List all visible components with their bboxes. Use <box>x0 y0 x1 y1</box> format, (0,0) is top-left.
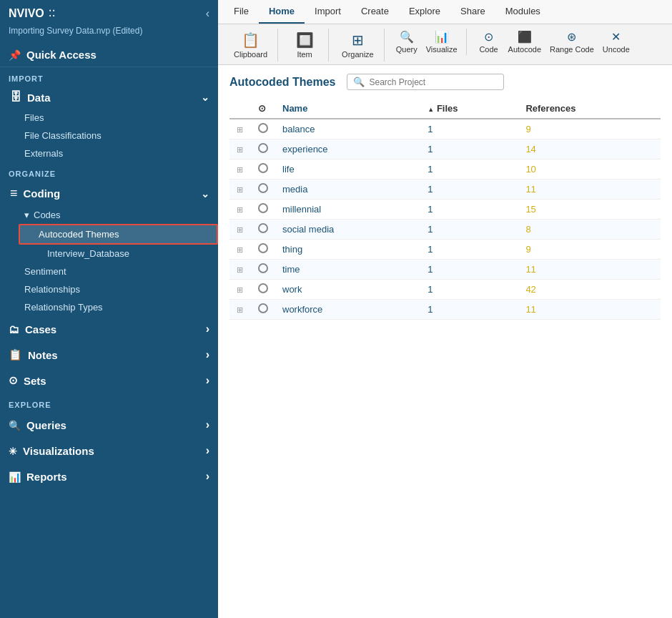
sidebar-item-relationships[interactable]: Relationships <box>19 280 218 298</box>
row-name[interactable]: experience <box>275 139 420 160</box>
sidebar-item-cases[interactable]: Cases <box>0 316 218 342</box>
sidebar-item-reports[interactable]: Reports <box>0 464 218 489</box>
sidebar-item-file-classifications[interactable]: File Classifications <box>19 127 218 144</box>
table-row[interactable]: ⊞ social media 1 8 <box>229 220 661 240</box>
sidebar-collapse-button[interactable]: ‹ <box>206 7 209 20</box>
name-link[interactable]: media <box>282 184 307 195</box>
sidebar-item-codes[interactable]: ▾ Codes <box>19 206 218 224</box>
search-input[interactable] <box>369 77 498 87</box>
name-link[interactable]: social media <box>282 224 334 235</box>
row-expand[interactable]: ⊞ <box>229 260 251 280</box>
ribbon-clipboard-button[interactable]: 📋 Clipboard <box>229 29 272 62</box>
row-circle[interactable] <box>251 160 275 180</box>
table-row[interactable]: ⊞ work 1 42 <box>229 280 661 300</box>
table-row[interactable]: ⊞ experience 1 14 <box>229 139 661 160</box>
name-link[interactable]: thing <box>282 244 302 255</box>
row-expand[interactable]: ⊞ <box>229 280 251 300</box>
table-row[interactable]: ⊞ media 1 11 <box>229 180 661 200</box>
name-link[interactable]: life <box>282 164 295 175</box>
row-name[interactable]: balance <box>275 119 420 139</box>
row-expand[interactable]: ⊞ <box>229 220 251 240</box>
name-link[interactable]: time <box>282 264 300 275</box>
table-row[interactable]: ⊞ time 1 11 <box>229 260 661 280</box>
ribbon-uncode-button[interactable]: ✕ Uncode <box>600 29 633 55</box>
table-row[interactable]: ⊞ life 1 10 <box>229 160 661 180</box>
row-name[interactable]: media <box>275 180 420 200</box>
col-header-files[interactable]: Files <box>420 99 518 119</box>
tab-create[interactable]: Create <box>351 0 399 24</box>
name-link[interactable]: millennial <box>282 204 321 215</box>
row-name[interactable]: time <box>275 260 420 280</box>
sidebar-item-files[interactable]: Files <box>19 109 218 127</box>
sidebar-item-coding[interactable]: Coding <box>0 181 218 206</box>
row-expand[interactable]: ⊞ <box>229 240 251 260</box>
row-circle[interactable] <box>251 139 275 160</box>
row-circle[interactable] <box>251 280 275 300</box>
col-header-name[interactable]: Name <box>275 99 420 119</box>
ribbon-organize-button[interactable]: ⊞ Organize <box>337 29 378 62</box>
row-circle[interactable] <box>251 119 275 139</box>
sidebar-item-visualizations[interactable]: Visualizations <box>0 438 218 464</box>
row-references: 8 <box>518 220 661 240</box>
tab-modules[interactable]: Modules <box>495 0 550 24</box>
row-name[interactable]: work <box>275 280 420 300</box>
tab-share[interactable]: Share <box>450 0 495 24</box>
row-expand[interactable]: ⊞ <box>229 200 251 220</box>
ribbon-code-button[interactable]: ⊙ Code <box>475 29 503 55</box>
table-row[interactable]: ⊞ workforce 1 11 <box>229 300 661 320</box>
row-circle[interactable] <box>251 180 275 200</box>
sidebar-item-data[interactable]: Data <box>0 86 218 109</box>
ribbon-item-button[interactable]: 🔲 Item <box>287 29 322 62</box>
sidebar-item-interview-database[interactable]: Interview_Database <box>19 245 218 263</box>
row-circle[interactable] <box>251 260 275 280</box>
row-expand[interactable]: ⊞ <box>229 139 251 160</box>
visualize-icon: 📊 <box>435 30 449 44</box>
range-code-icon: ⊛ <box>567 30 576 44</box>
row-files: 1 <box>420 119 518 139</box>
sidebar-item-externals[interactable]: Externals <box>19 144 218 162</box>
row-expand[interactable]: ⊞ <box>229 180 251 200</box>
name-link[interactable]: balance <box>282 124 315 134</box>
name-link[interactable]: workforce <box>282 304 322 315</box>
table-row[interactable]: ⊞ thing 1 9 <box>229 240 661 260</box>
ribbon-range-code-button[interactable]: ⊛ Range Code <box>547 29 597 55</box>
tab-explore[interactable]: Explore <box>399 0 450 24</box>
row-expand[interactable]: ⊞ <box>229 119 251 139</box>
name-link[interactable]: experience <box>282 144 328 154</box>
organize-label: Organize <box>342 50 374 59</box>
notes-icon <box>9 348 22 361</box>
ribbon-query-button[interactable]: 🔍 Query <box>393 29 420 55</box>
row-circle[interactable] <box>251 220 275 240</box>
row-name[interactable]: social media <box>275 220 420 240</box>
sidebar-item-relationship-types[interactable]: Relationship Types <box>19 298 218 316</box>
sidebar-item-sentiment[interactable]: Sentiment <box>19 263 218 280</box>
row-expand[interactable]: ⊞ <box>229 160 251 180</box>
tab-home[interactable]: Home <box>259 0 305 24</box>
relationship-types-label: Relationship Types <box>24 302 103 313</box>
row-name[interactable]: life <box>275 160 420 180</box>
table-row[interactable]: ⊞ balance 1 9 <box>229 119 661 139</box>
sidebar-item-sets[interactable]: Sets <box>0 368 218 393</box>
name-link[interactable]: work <box>282 284 302 295</box>
row-expand[interactable]: ⊞ <box>229 300 251 320</box>
row-files: 1 <box>420 220 518 240</box>
sidebar-item-queries[interactable]: Queries <box>0 412 218 438</box>
row-circle[interactable] <box>251 300 275 320</box>
sidebar-item-notes[interactable]: Notes <box>0 342 218 368</box>
row-name[interactable]: workforce <box>275 300 420 320</box>
row-name[interactable]: millennial <box>275 200 420 220</box>
search-box[interactable]: 🔍 <box>347 74 504 90</box>
ribbon-autocode-button[interactable]: ⬛ Autocode <box>505 29 544 55</box>
quick-access-section[interactable]: Quick Access <box>0 43 218 67</box>
row-name[interactable]: thing <box>275 240 420 260</box>
tab-import[interactable]: Import <box>305 0 351 24</box>
row-circle[interactable] <box>251 200 275 220</box>
tab-file[interactable]: File <box>224 0 259 24</box>
ribbon-visualize-button[interactable]: 📊 Visualize <box>423 29 460 55</box>
table-row[interactable]: ⊞ millennial 1 15 <box>229 200 661 220</box>
row-circle[interactable] <box>251 240 275 260</box>
sidebar-item-autocoded-themes[interactable]: Autocoded Themes <box>19 224 218 245</box>
cases-icon <box>9 323 19 335</box>
col-header-references[interactable]: References <box>518 99 661 119</box>
search-icon: 🔍 <box>353 77 365 87</box>
